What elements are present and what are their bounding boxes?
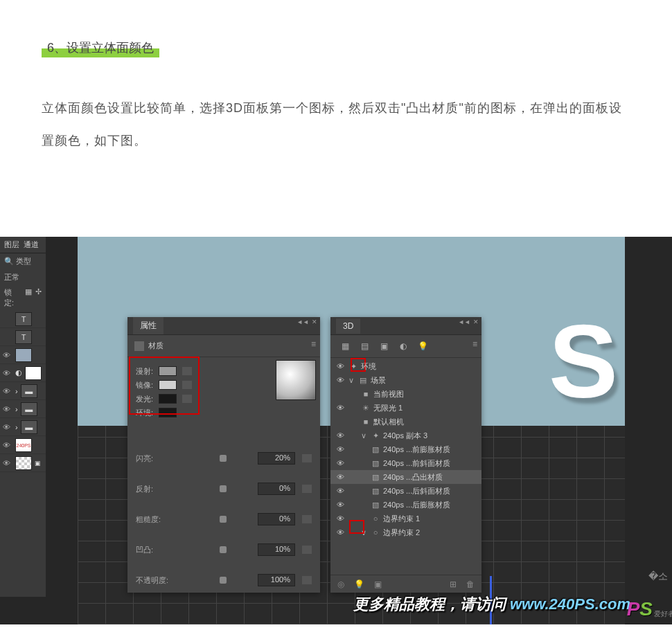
layer-row[interactable]: 👁◐ xyxy=(0,364,46,382)
filter-light-icon[interactable]: 💡 xyxy=(416,341,429,352)
visibility-icon[interactable]: 👁 xyxy=(3,441,12,449)
specular-texture-icon[interactable] xyxy=(182,381,192,389)
material-icon[interactable]: ▧ xyxy=(371,445,380,454)
tree-row[interactable]: 👁▧240ps ...后斜面材质 xyxy=(330,484,481,498)
ps-logo: PS爱好者 xyxy=(627,598,672,620)
visibility-icon[interactable]: 👁 xyxy=(3,369,12,377)
visibility-icon[interactable]: 👁 xyxy=(3,351,12,359)
tree-row[interactable]: 👁∨○边界约束 2 xyxy=(330,525,481,539)
rough-flag-icon[interactable] xyxy=(302,515,312,523)
visibility-icon[interactable]: 👁 xyxy=(335,501,346,509)
material-preview[interactable] xyxy=(276,360,316,400)
visibility-icon[interactable]: 👁 xyxy=(335,528,346,537)
footer-camera-icon[interactable]: ▣ xyxy=(374,579,382,589)
chevron-right-icon[interactable]: › xyxy=(15,387,18,395)
material-icon[interactable]: ▧ xyxy=(371,487,380,496)
lock-pos-icon[interactable]: ✢ xyxy=(35,287,42,308)
visibility-icon[interactable]: 👁 xyxy=(3,405,12,413)
material-icon[interactable]: ▧ xyxy=(371,501,380,510)
tree-row[interactable]: 👁▧240ps ...前膨胀材质 xyxy=(330,442,481,456)
layer-row[interactable]: T xyxy=(0,310,46,328)
material-mode-icon[interactable] xyxy=(134,341,144,351)
footer-light-icon[interactable]: 💡 xyxy=(354,579,364,589)
shine-flag-icon[interactable] xyxy=(302,454,312,462)
diffuse-swatch[interactable] xyxy=(159,366,177,376)
chevron-right-icon[interactable]: › xyxy=(15,405,18,413)
layer-row[interactable]: 👁240PS xyxy=(0,436,46,454)
layer-row[interactable]: 👁 xyxy=(0,346,46,364)
glow-swatch[interactable] xyxy=(159,394,177,404)
footer-new-icon[interactable]: ⊞ xyxy=(450,579,457,589)
visibility-icon[interactable]: 👁 xyxy=(3,423,12,431)
visibility-icon[interactable]: 👁 xyxy=(335,487,346,495)
expand-icon[interactable]: ∨ xyxy=(361,528,368,537)
layer-row[interactable]: 👁▣ xyxy=(0,454,46,472)
material-icon[interactable]: ▧ xyxy=(371,459,380,468)
panel-menu-icon[interactable]: ≡ xyxy=(311,339,316,349)
link-icon[interactable]: �소 xyxy=(648,570,668,583)
expand-icon[interactable]: ∨ xyxy=(361,431,368,440)
tree-row[interactable]: 👁☀无限光 1 xyxy=(330,401,481,415)
close-icon[interactable]: ✕ xyxy=(312,318,317,325)
tree-row[interactable]: ■默认相机 xyxy=(330,415,481,429)
shine-label: 闪亮: xyxy=(136,453,172,464)
ambient-swatch[interactable] xyxy=(159,408,177,417)
visibility-icon[interactable]: 👁 xyxy=(335,473,346,481)
search-icon[interactable]: 🔍 xyxy=(4,257,14,265)
close-icon[interactable]: ✕ xyxy=(473,318,479,325)
tree-row[interactable]: 👁▧240ps ...后膨胀材质 xyxy=(330,498,481,512)
opacity-value[interactable]: 100% xyxy=(258,574,295,586)
visibility-icon[interactable]: 👁 xyxy=(335,404,346,412)
visibility-icon[interactable]: 👁 xyxy=(335,376,346,384)
light-icon: ☀ xyxy=(361,404,371,413)
visibility-icon[interactable]: 👁 xyxy=(335,445,346,453)
tree-row[interactable]: 👁∨▤场景 xyxy=(330,373,481,387)
filter-material-icon[interactable]: ◐ xyxy=(397,341,409,352)
rough-value[interactable]: 0% xyxy=(258,513,295,525)
visibility-icon[interactable]: 👁 xyxy=(335,459,346,467)
collapse-icon[interactable]: ◄◄ xyxy=(297,318,309,325)
chevron-right-icon[interactable]: › xyxy=(15,423,18,431)
blend-mode[interactable]: 正常 xyxy=(0,269,46,285)
filter-scene-icon[interactable]: ▤ xyxy=(358,341,371,352)
expand-icon[interactable]: ∨ xyxy=(348,376,355,385)
tree-row[interactable]: 👁○边界约束 1 xyxy=(330,512,481,525)
layers-tab[interactable]: 图层 xyxy=(4,240,19,250)
bump-value[interactable]: 10% xyxy=(258,543,295,556)
footer-search-icon[interactable]: ◎ xyxy=(337,579,344,589)
material-icon[interactable]: ▧ xyxy=(371,473,380,482)
filter-mesh-icon[interactable]: ▣ xyxy=(378,341,390,352)
3d-tab[interactable]: 3D xyxy=(336,318,360,334)
specular-swatch[interactable] xyxy=(159,380,177,390)
3d-text-s: S xyxy=(549,302,618,422)
filter-all-icon[interactable]: ▦ xyxy=(339,341,351,352)
constraint-icon: ○ xyxy=(371,514,380,523)
layer-row[interactable]: 👁›▬ xyxy=(0,418,46,436)
shine-value[interactable]: 20% xyxy=(258,452,295,465)
tree-row[interactable]: 👁∨✦240ps 副本 3 xyxy=(330,429,481,442)
visibility-icon[interactable]: 👁 xyxy=(3,387,12,395)
glow-texture-icon[interactable] xyxy=(182,395,192,403)
reflect-flag-icon[interactable] xyxy=(302,485,312,493)
footer-delete-icon[interactable]: 🗑 xyxy=(466,579,475,589)
layer-row[interactable]: T xyxy=(0,328,46,346)
properties-tab[interactable]: 属性 xyxy=(133,317,163,334)
layer-row[interactable]: 👁›▬ xyxy=(0,400,46,418)
tree-row[interactable]: 👁✦环境 xyxy=(330,359,481,373)
lock-pixel-icon[interactable]: ▦ xyxy=(25,287,32,308)
visibility-icon[interactable]: 👁 xyxy=(335,514,346,523)
diffuse-texture-icon[interactable] xyxy=(182,367,192,375)
visibility-icon[interactable]: 👁 xyxy=(335,431,346,440)
visibility-icon[interactable]: 👁 xyxy=(335,362,346,370)
opacity-flag-icon[interactable] xyxy=(302,576,312,584)
bump-flag-icon[interactable] xyxy=(302,546,312,554)
reflect-value[interactable]: 0% xyxy=(258,483,295,495)
channels-tab[interactable]: 通道 xyxy=(24,240,39,250)
tree-row[interactable]: ■当前视图 xyxy=(330,387,481,401)
tree-row-selected[interactable]: 👁▧240ps ...凸出材质 xyxy=(330,470,481,484)
collapse-icon[interactable]: ◄◄ xyxy=(458,318,470,325)
filter-type[interactable]: 类型 xyxy=(16,257,31,265)
tree-row[interactable]: 👁▧240ps ...前斜面材质 xyxy=(330,456,481,470)
layer-row[interactable]: 👁›▬ xyxy=(0,382,46,400)
visibility-icon[interactable]: 👁 xyxy=(3,459,12,467)
